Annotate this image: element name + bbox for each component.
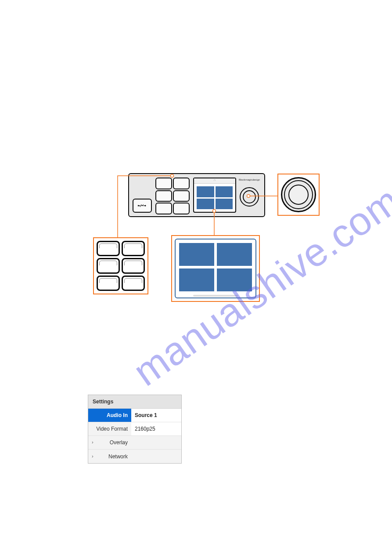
device-button[interactable] — [155, 203, 172, 214]
settings-menu: Settings Audio In Source 1 Video Format … — [88, 395, 182, 464]
lcd-header: ∩ — [194, 178, 235, 184]
button-key — [122, 258, 145, 273]
svg-point-1 — [138, 205, 139, 207]
settings-label: Video Format — [88, 426, 131, 432]
lcd-callout — [171, 235, 260, 302]
multiview-quadrant — [197, 199, 214, 210]
knob-callout — [277, 174, 320, 216]
device-button[interactable] — [173, 178, 190, 189]
settings-label: › Network — [88, 453, 131, 460]
button-key — [122, 276, 145, 291]
multiview-quadrant — [216, 199, 233, 210]
device-button[interactable] — [173, 190, 190, 202]
settings-label-text: Network — [108, 453, 128, 460]
multiview-quadrant — [217, 243, 252, 266]
device-button[interactable] — [155, 178, 172, 189]
buttons-callout — [93, 237, 148, 294]
button-key — [97, 276, 120, 291]
lcd-bottom-bar — [193, 295, 238, 297]
multiview-quadrant — [179, 243, 214, 266]
settings-value: Source 1 — [131, 409, 181, 422]
settings-title: Settings — [88, 395, 181, 409]
settings-value: 2160p25 — [131, 422, 181, 435]
settings-row-video-format[interactable]: Video Format 2160p25 — [88, 422, 181, 436]
usb-icon — [138, 203, 147, 208]
device-button[interactable] — [155, 190, 172, 202]
settings-value — [131, 436, 181, 449]
device-rotary-knob[interactable] — [240, 187, 259, 207]
device-button[interactable] — [173, 203, 190, 214]
device-multiview — [197, 186, 233, 209]
chevron-right-icon: › — [92, 453, 94, 459]
settings-row-audio-in[interactable]: Audio In Source 1 — [88, 409, 181, 422]
device-lcd: ∩ — [193, 178, 236, 213]
device-brand: Blackmagicdesign — [239, 178, 260, 181]
settings-label: › Overlay — [88, 439, 131, 446]
settings-label-text: Overlay — [110, 439, 128, 446]
multiview-large — [179, 243, 252, 291]
chevron-right-icon: › — [92, 439, 94, 445]
device-front-panel: ∩ Blackmagicdesign — [128, 173, 265, 217]
settings-value — [131, 450, 181, 463]
lcd-callout-frame — [175, 239, 256, 298]
settings-row-overlay[interactable]: › Overlay — [88, 436, 181, 450]
button-key — [97, 258, 120, 273]
svg-point-0 — [145, 205, 146, 207]
button-key — [122, 241, 145, 256]
usb-port — [133, 199, 152, 213]
device-button-grid — [155, 178, 190, 214]
button-key — [97, 241, 120, 256]
multiview-quadrant — [197, 186, 214, 197]
rotary-knob-icon — [281, 177, 316, 212]
settings-label: Audio In — [88, 409, 131, 422]
multiview-quadrant — [179, 268, 214, 291]
settings-row-network[interactable]: › Network — [88, 450, 181, 463]
multiview-quadrant — [217, 268, 252, 291]
multiview-quadrant — [216, 186, 233, 197]
